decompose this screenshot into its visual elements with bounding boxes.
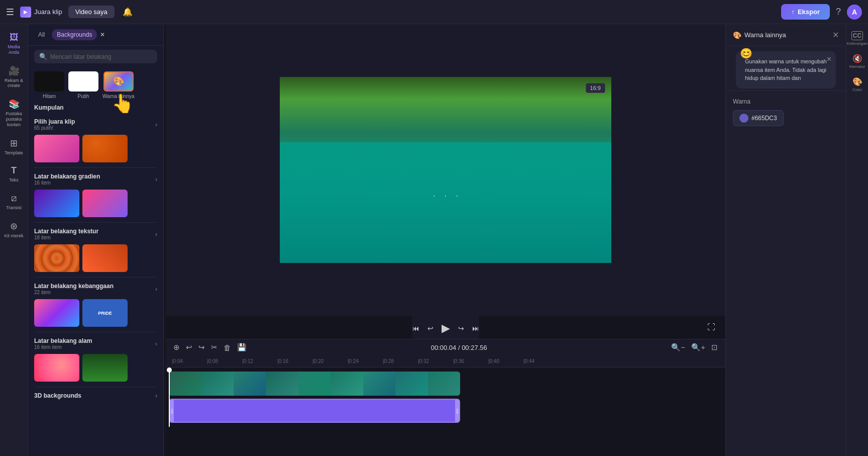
fullscreen-button[interactable]: ⛶ bbox=[707, 323, 715, 332]
swatch-white[interactable]: Putih bbox=[68, 71, 98, 99]
swatch-custom[interactable]: 🎨 Warna lainnya 👆 bbox=[102, 71, 135, 99]
sidebar-label-record: Rekam &create bbox=[5, 78, 23, 89]
ruler-mark-1: |0:08 bbox=[207, 358, 242, 364]
right-icon-label-caption: Keterangan bbox=[847, 41, 867, 46]
right-icon-color[interactable]: 🎨 Color bbox=[847, 74, 867, 95]
right-icon-caption[interactable]: CC Keterangan bbox=[847, 28, 867, 49]
panel-tabs: All Backgrounds ✕ bbox=[28, 24, 163, 46]
section-header-kumpulan: Kumpulan bbox=[28, 101, 163, 113]
sidebar-item-brand[interactable]: ⊛ Kit merek bbox=[2, 217, 27, 243]
timeline-tracks: ‖ ‖ bbox=[166, 368, 725, 427]
section-tekstur[interactable]: Latar belakang tekstur 18 item › bbox=[28, 223, 163, 242]
section-alam[interactable]: Latar belakang alam 16 item item › bbox=[28, 332, 163, 352]
tooltip-emoji: 😊 bbox=[740, 47, 752, 59]
ruler-mark-0: |0:04 bbox=[172, 358, 207, 364]
sidebar-label-brand: Kit merek bbox=[5, 233, 24, 239]
section-title-6: 3D backgrounds bbox=[34, 392, 81, 399]
right-panel-close-button[interactable]: ✕ bbox=[832, 30, 839, 40]
panel-scroll[interactable]: Pilih juara klip 65 putih! › Latar belak… bbox=[28, 113, 163, 456]
section-chevron-1: › bbox=[155, 121, 157, 128]
thumb-texture1[interactable] bbox=[34, 244, 79, 272]
thumb-pink-lines[interactable] bbox=[34, 135, 79, 162]
sidebar-item-media[interactable]: 🖼 Media Anda bbox=[2, 28, 27, 59]
section-3d[interactable]: 3D backgrounds › bbox=[28, 387, 163, 401]
playback-controls: ⏮ ↩ ▶ ↪ ⏭ bbox=[412, 316, 479, 339]
thumb-texture2[interactable] bbox=[82, 244, 128, 272]
right-icon-label-mute: Mematur bbox=[849, 64, 865, 69]
thumb-orange-circles[interactable] bbox=[82, 135, 128, 162]
save-button[interactable]: 💾 bbox=[236, 341, 248, 353]
swatch-black[interactable]: Hitam bbox=[34, 71, 64, 99]
skip-start-button[interactable]: ⏮ bbox=[412, 324, 419, 332]
vthumb-7 bbox=[363, 372, 395, 396]
library-icon: 📚 bbox=[9, 99, 20, 110]
section-thumbs-5 bbox=[28, 352, 163, 387]
section-chevron-5: › bbox=[155, 340, 157, 347]
help-icon[interactable]: ? bbox=[836, 7, 841, 17]
sidebar-label-template: Template bbox=[5, 150, 23, 156]
tooltip-close-button[interactable]: ✕ bbox=[826, 55, 832, 63]
right-panel: 🎨 Warna lainnya ✕ 😊 Gunakan warna untuk … bbox=[725, 24, 846, 456]
cut-button[interactable]: ✂ bbox=[209, 341, 219, 353]
track-handle-right[interactable]: ‖ bbox=[455, 400, 459, 422]
thumb-nature2[interactable] bbox=[82, 354, 128, 382]
tab-video[interactable]: Video saya bbox=[68, 6, 115, 18]
right-icon-mute[interactable]: 🔇 Mematur bbox=[847, 51, 867, 72]
sidebar-item-template[interactable]: ⊞ Template bbox=[2, 134, 27, 160]
right-panel-title: Warna lainnya bbox=[744, 31, 832, 39]
zoom-out-button[interactable]: 🔍− bbox=[670, 341, 687, 353]
sidebar-label-text: Teks bbox=[9, 177, 19, 183]
section-gradien[interactable]: Latar belakang gradien 16 item › bbox=[28, 168, 163, 188]
search-input[interactable] bbox=[50, 53, 152, 60]
brand-icon: ▶ bbox=[20, 7, 31, 18]
search-icon: 🔍 bbox=[39, 53, 47, 60]
tab-all[interactable]: All bbox=[34, 29, 49, 40]
swatch-label-white: Putih bbox=[78, 94, 89, 99]
swatch-box-black bbox=[34, 71, 64, 92]
menu-icon[interactable]: ☰ bbox=[6, 7, 14, 18]
track-background[interactable]: ‖ ‖ bbox=[169, 399, 460, 423]
skip-end-button[interactable]: ⏭ bbox=[472, 324, 479, 332]
tooltip-container: 😊 Gunakan warna untuk mengubah nuansa it… bbox=[726, 46, 846, 90]
notification-icon[interactable]: 🔔 bbox=[123, 7, 133, 17]
section-sub-1: 65 putih! bbox=[34, 125, 75, 131]
track-video[interactable] bbox=[169, 372, 460, 396]
timeline-area: |0:04 |0:08 |0:12 |0:16 |0:20 |0:24 |0:2… bbox=[166, 355, 725, 456]
tab-backgrounds-close[interactable]: ✕ bbox=[100, 31, 105, 38]
right-panel-icon: 🎨 bbox=[733, 31, 741, 39]
avatar[interactable]: A bbox=[847, 5, 862, 20]
play-button[interactable]: ▶ bbox=[442, 322, 450, 335]
track-handle-left[interactable]: ‖ bbox=[170, 400, 174, 422]
sidebar-item-text[interactable]: T Teks bbox=[2, 161, 27, 187]
content-panel: All Backgrounds ✕ 🔍 Hitam Putih bbox=[28, 24, 164, 456]
section-kebanggaan[interactable]: Latar belakang kebanggaan 22 item › bbox=[28, 278, 163, 297]
thumb-nature1[interactable] bbox=[34, 354, 79, 382]
thumb-gradient2[interactable] bbox=[82, 190, 128, 217]
sidebar-item-library[interactable]: 📚 Pustakapustakakonten bbox=[2, 95, 27, 131]
ratio-badge: 16:9 bbox=[586, 83, 605, 93]
zoom-in-button[interactable]: 🔍+ bbox=[690, 341, 707, 353]
color-value-button[interactable]: #665DC3 bbox=[733, 110, 784, 126]
magnet-button[interactable]: ⊕ bbox=[172, 341, 181, 353]
sidebar-item-transition[interactable]: ⧄ Transisi bbox=[2, 189, 27, 215]
forward-button[interactable]: ↪ bbox=[458, 324, 464, 332]
delete-button[interactable]: 🗑 bbox=[222, 342, 233, 353]
color-section-title: Warna bbox=[733, 98, 839, 105]
redo-button[interactable]: ↪ bbox=[197, 341, 206, 353]
rewind-button[interactable]: ↩ bbox=[427, 324, 433, 332]
template-icon: ⊞ bbox=[10, 138, 18, 149]
section-pilih-juara[interactable]: Pilih juara klip 65 putih! › bbox=[28, 113, 163, 133]
thumb-national2[interactable]: PRIDE bbox=[82, 299, 128, 327]
section-title-4: Latar belakang kebanggaan bbox=[34, 283, 114, 290]
tooltip-popup: 😊 Gunakan warna untuk mengubah nuansa it… bbox=[736, 51, 836, 88]
right-panel-color-section: Warna #665DC3 bbox=[726, 90, 846, 133]
thumb-national1[interactable] bbox=[34, 299, 79, 327]
sidebar-item-record[interactable]: 🎥 Rekam &create bbox=[2, 61, 27, 93]
export-button[interactable]: ↑ Ekspor bbox=[781, 4, 830, 20]
tab-backgrounds[interactable]: Backgrounds bbox=[52, 29, 97, 40]
fit-button[interactable]: ⊡ bbox=[710, 341, 719, 353]
ruler-mark-10: |0:44 bbox=[523, 358, 559, 364]
video-thumb-strip bbox=[169, 372, 460, 396]
undo-button[interactable]: ↩ bbox=[184, 341, 194, 353]
thumb-gradient1[interactable] bbox=[34, 190, 79, 217]
